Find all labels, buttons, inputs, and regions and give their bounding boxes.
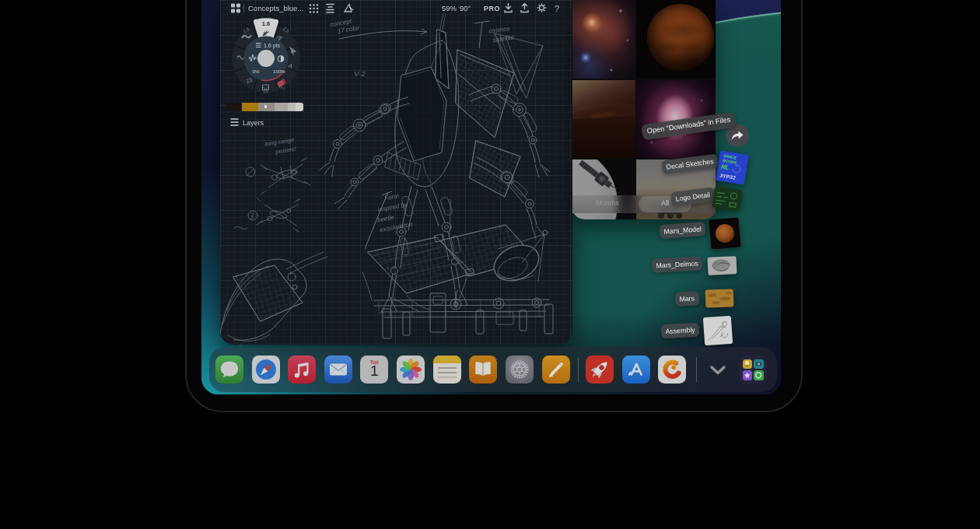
svg-text:probes!: probes! [274,145,297,156]
svg-text:1.6 pts: 1.6 pts [264,43,281,49]
svg-text:Layers: Layers [243,119,264,127]
svg-text:PRO: PRO [484,5,500,12]
svg-text:59%: 59% [442,4,457,12]
svg-text:0%: 0% [252,68,259,74]
svg-text:6 8: 6 8 [263,90,268,94]
svg-text:beetle: beetle [376,214,395,224]
svg-text:100%: 100% [273,68,285,74]
svg-text:?: ? [555,4,559,13]
svg-text:ЗYPЗ2: ЗYPЗ2 [719,173,737,180]
svg-text:V·2: V·2 [354,69,366,78]
svg-text:satellite: satellite [492,33,515,44]
svg-text:1.6: 1.6 [261,20,269,27]
svg-text:90°: 90° [460,4,471,12]
svg-text:cosmos: cosmos [488,25,511,35]
svg-text:RL: RL [720,163,730,172]
